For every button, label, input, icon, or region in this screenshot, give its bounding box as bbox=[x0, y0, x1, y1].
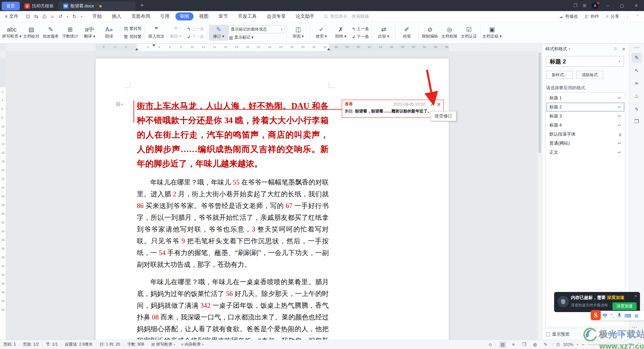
fit-page-icon[interactable]: ⊡ bbox=[556, 342, 560, 347]
first-line-indent-marker[interactable] bbox=[152, 44, 156, 47]
microphone-icon[interactable] bbox=[618, 313, 621, 319]
book-view-icon[interactable]: ❐ bbox=[521, 341, 528, 348]
zoom-caret-icon[interactable]: ▾ bbox=[577, 343, 579, 346]
document-scrollbar[interactable] bbox=[538, 51, 542, 340]
content-check-status-button[interactable]: ⌑内容检查▾ bbox=[181, 342, 204, 347]
close-button[interactable]: ✕ bbox=[632, 3, 641, 8]
document-page[interactable]: ▤▾ 街市上车水马龙，人山人海，好不热闹。DAU 和各种不错哦款十分还是你 34… bbox=[96, 58, 449, 340]
menu-tab-章节[interactable]: 章节 bbox=[214, 12, 232, 20]
reading-layout-icon[interactable]: ❐ bbox=[632, 116, 642, 127]
document-certification-button[interactable]: ☑文档认证 bbox=[459, 25, 479, 41]
menu-tab-会员专享[interactable]: 会员专享 bbox=[263, 12, 290, 20]
review-pane-button[interactable]: ◫审阅 ▾ bbox=[288, 25, 308, 41]
chevron-down-icon[interactable]: ▾ bbox=[80, 15, 82, 18]
menu-tab-页面布局[interactable]: 页面布局 bbox=[127, 12, 155, 20]
correction-service-button[interactable]: ✎批改服务 bbox=[41, 25, 60, 41]
track-changes-button[interactable]: ✎修订 ▾ bbox=[209, 25, 228, 41]
menu-tab-开始[interactable]: 开始 bbox=[88, 12, 106, 20]
select-cursor-icon[interactable]: ↖ bbox=[632, 65, 642, 76]
style-item-标题 1[interactable]: 标题 1↵ bbox=[546, 94, 624, 102]
word-count-button[interactable]: ⊞字数统计 bbox=[60, 25, 80, 41]
zoom-slider-knob[interactable] bbox=[607, 343, 611, 347]
share-button[interactable]: ↗ 分享 bbox=[605, 13, 619, 19]
translate-button[interactable]: a中翻译 ▾ bbox=[80, 25, 99, 41]
adjust-settings-icon[interactable]: ≍ bbox=[632, 78, 642, 88]
restrict-editing-button[interactable]: ⊘限制编辑 bbox=[420, 25, 440, 41]
workspace-grid-icon[interactable]: ⊞ bbox=[583, 3, 586, 8]
redo-icon[interactable]: ↻ bbox=[72, 13, 76, 19]
maximize-button[interactable]: ▢ bbox=[618, 3, 627, 8]
ime-punctuation-icon[interactable]: °, bbox=[611, 313, 614, 318]
collaborate-button[interactable]: 协作 bbox=[584, 13, 599, 19]
style-item-普通(网站)[interactable]: 普通(网站)↵ bbox=[546, 139, 624, 148]
deep-boost-button[interactable]: 深度加速 bbox=[612, 302, 637, 310]
collapse-ribbon-icon[interactable]: ⌃ bbox=[636, 14, 639, 19]
keyboard-icon[interactable]: ⌨ bbox=[625, 313, 631, 318]
vertical-ruler[interactable]: 2468101214161820222426283032343638404244… bbox=[0, 51, 6, 340]
style-item-正文[interactable]: 正文↵ bbox=[546, 148, 624, 157]
finalize-document-button[interactable]: ▣文档定稿 ▾ bbox=[482, 25, 502, 41]
simplified-to-traditional-button[interactable]: 繁简转繁 bbox=[122, 34, 143, 40]
style-item-标题 2[interactable]: 标题 2↵ bbox=[546, 103, 624, 111]
markup-state-dropdown[interactable]: 显示标记的最终状态▾ bbox=[228, 25, 285, 33]
style-item-默认段落字体[interactable]: 默认段落字体a bbox=[546, 130, 624, 139]
read-aloud-button[interactable]: A»朗读 bbox=[99, 25, 119, 41]
new-style-button[interactable]: 新样式... bbox=[546, 71, 573, 79]
avatar[interactable]: ♟ bbox=[592, 2, 598, 9]
fullscreen-icon[interactable]: ⛶ bbox=[638, 342, 641, 347]
menu-tab-开发工具[interactable]: 开发工具 bbox=[234, 12, 261, 20]
tab-document[interactable]: W 盼望着.docx bbox=[58, 2, 136, 11]
scrollbar-thumb[interactable] bbox=[538, 52, 541, 153]
page-view-icon[interactable]: ▤ bbox=[499, 341, 506, 348]
accept-change-button[interactable]: ✓接受 ▾ bbox=[312, 25, 331, 41]
minimize-button[interactable]: ─ bbox=[604, 3, 612, 8]
eye-protection-icon[interactable]: ⊙ bbox=[489, 342, 492, 347]
next-change-button[interactable]: ↲下一条 bbox=[351, 34, 370, 40]
traditional-to-simplified-button[interactable]: 简繁转简 bbox=[122, 26, 143, 32]
file-menu-button[interactable]: ≡ 文件 bbox=[0, 13, 22, 19]
print-preview-icon[interactable]: ⌯ bbox=[50, 13, 54, 19]
save-icon[interactable]: ⊡ bbox=[26, 13, 30, 19]
command-search[interactable]: 查找命令、搜索模板 bbox=[324, 13, 369, 19]
split-view-icon[interactable]: ❐ bbox=[574, 3, 578, 8]
panel-title-caret-icon[interactable]: ▾ bbox=[569, 47, 570, 51]
clear-format-button[interactable]: 清除格式 bbox=[576, 71, 603, 79]
panel-close-icon[interactable]: ✕ bbox=[622, 47, 626, 52]
document-permission-button[interactable]: ◎文档权限 bbox=[440, 25, 459, 41]
web-view-icon[interactable]: ◍ bbox=[531, 341, 539, 348]
tab-home[interactable]: 首页 bbox=[2, 2, 20, 10]
more-menu-icon[interactable]: ⋮ bbox=[625, 14, 630, 19]
export-icon[interactable]: ⇆ bbox=[34, 13, 39, 19]
memory-alert-popup[interactable]: ✕ 内存已超标，需要 深度加速 深度加速关闭卡慢进程 深度加速 bbox=[554, 292, 640, 312]
tab-docer-templates[interactable]: d 找稻壳模板 bbox=[20, 2, 58, 11]
has-changes-status[interactable]: ☁ 有修改 bbox=[559, 13, 578, 19]
popup-close-icon[interactable]: ✕ bbox=[634, 294, 637, 298]
style-item-标题 3[interactable]: 标题 3↵ bbox=[546, 112, 624, 120]
insert-comment-button[interactable]: ❞插入批注 bbox=[147, 25, 166, 41]
current-style-select[interactable]: 标题 2 ▾ bbox=[546, 56, 624, 67]
quick-tools-icon[interactable]: ϟ bbox=[632, 104, 642, 114]
print-icon[interactable]: ⎙ bbox=[42, 13, 46, 19]
spell-check-status-button[interactable]: ☒拼写检查▾ bbox=[151, 342, 175, 347]
zoom-slider[interactable] bbox=[588, 344, 628, 345]
document-text[interactable]: 街市上车水马龙，人山人海，好不热闹。DAU 和各种不错哦款十分还是你 34 瞧，… bbox=[137, 99, 329, 340]
style-item-标题 4[interactable]: 标题 4↵ bbox=[546, 121, 624, 130]
menu-tab-插入[interactable]: 插入 bbox=[108, 12, 126, 20]
ime-toolbar[interactable]: S 中 °, ⌨ ⊞ bbox=[592, 311, 644, 320]
chevron-down-icon[interactable]: ▾ bbox=[67, 15, 68, 18]
right-indent-marker[interactable] bbox=[327, 48, 330, 50]
document-canvas[interactable]: ▤▾ 街市上车水马龙，人山人海，好不热闹。DAU 和各种不错哦款十分还是你 34… bbox=[6, 51, 542, 340]
new-tab-button[interactable]: + bbox=[140, 2, 144, 9]
ink-pen-button[interactable]: ✐画笔 bbox=[397, 25, 417, 41]
reject-change-button[interactable]: ✗拒绝 ▾ bbox=[331, 25, 351, 41]
ime-lang-toggle[interactable]: 中 bbox=[603, 313, 607, 319]
hot-recommend-icon[interactable]: ♨ bbox=[632, 91, 642, 101]
ime-logo-icon[interactable]: S bbox=[591, 310, 601, 320]
spell-check-button[interactable]: abc拼写检查 ▾ bbox=[2, 25, 21, 41]
undo-icon[interactable]: ↺ bbox=[58, 13, 63, 19]
zoom-out-button[interactable]: − bbox=[582, 342, 585, 347]
outline-view-icon[interactable]: ≡ bbox=[510, 341, 517, 348]
previous-change-button[interactable]: ↰上一条 bbox=[351, 26, 370, 32]
strip-handle-icon[interactable]: ══ bbox=[634, 45, 639, 49]
format-edit-icon[interactable]: ✎ bbox=[632, 53, 642, 63]
